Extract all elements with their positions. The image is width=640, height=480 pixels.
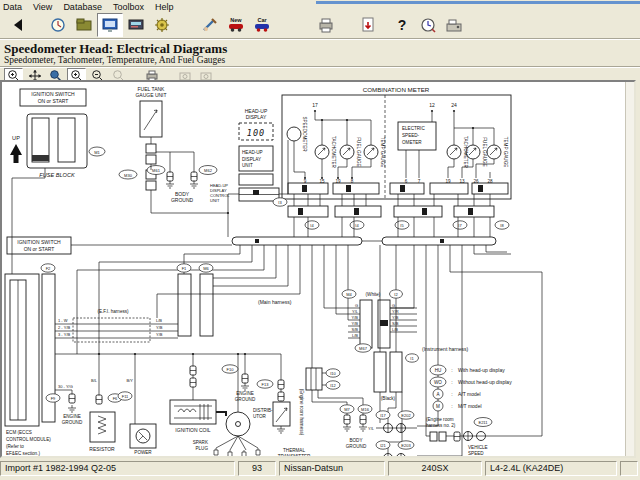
status-model: 240SX: [388, 461, 482, 476]
power-transistor: B/Y F11 POWER TRANSISTOR: [118, 378, 158, 456]
svg-text:M67: M67: [359, 346, 368, 351]
schedule-icon[interactable]: [415, 13, 441, 37]
svg-text:With head-up display: With head-up display: [458, 367, 505, 373]
svg-text:Y/R: Y/R: [392, 309, 399, 314]
gear-icon[interactable]: [149, 13, 175, 37]
svg-text:M7: M7: [344, 407, 350, 412]
svg-text:ENGINE: ENGINE: [236, 391, 254, 396]
help-icon[interactable]: ?: [389, 13, 415, 37]
svg-text:DISPLAY: DISPLAY: [242, 157, 261, 162]
svg-text:TEMP GAUGE: TEMP GAUGE: [503, 137, 508, 168]
svg-text:M16: M16: [361, 407, 370, 412]
new-car-icon[interactable]: New: [223, 13, 249, 37]
svg-text:Car: Car: [257, 17, 267, 23]
menu-database[interactable]: Database: [63, 2, 102, 12]
vehicle-speed-sensor: (Engine room harness no. 2) E211 VEHICLE…: [426, 417, 492, 456]
vertical-scrollbar[interactable]: [625, 82, 634, 456]
ignition-switch-1: IGNITION SWITCH ON or START: [20, 89, 86, 106]
svg-text:(Refer to: (Refer to: [6, 444, 24, 449]
menu-toolbox[interactable]: Toolbox: [113, 2, 144, 12]
car-repair-icon[interactable]: Car: [249, 13, 275, 37]
fuse-block: FUSE BLOCK M1: [27, 114, 105, 178]
svg-text:FUEL GAUGE: FUEL GAUGE: [356, 137, 361, 166]
svg-text:30 - Y/G: 30 - Y/G: [58, 384, 73, 389]
svg-text:1 - W: 1 - W: [58, 318, 68, 323]
svg-text:(E.F.I. harness): (E.F.I. harness): [97, 309, 129, 314]
history-icon[interactable]: [45, 13, 71, 37]
svg-text:2 - Y/B: 2 - Y/B: [58, 325, 70, 330]
white-connectors: M4 (White) I2 G Y/L Y/B Y/B S/B L/B G Y/…: [342, 290, 403, 348]
menu-data[interactable]: Data: [3, 2, 22, 12]
svg-text:M: M: [436, 404, 440, 409]
svg-text:Y/B: Y/B: [352, 321, 359, 326]
diagram-canvas[interactable]: IGNITION SWITCH ON or START UP FUSE BLOC…: [0, 80, 636, 458]
svg-text:WO: WO: [434, 380, 442, 385]
svg-text::: :: [451, 367, 452, 373]
svg-text:GROUND: GROUND: [62, 420, 83, 425]
printer-icon[interactable]: [313, 13, 339, 37]
svg-text:VEHICLE: VEHICLE: [468, 445, 488, 450]
body-ground-1: M61 M62 BODY GROUND: [147, 152, 217, 203]
menu-help[interactable]: Help: [155, 2, 174, 12]
svg-text:Y/L: Y/L: [352, 309, 359, 314]
svg-text:BODY: BODY: [349, 438, 362, 443]
svg-text:HEAD-UP: HEAD-UP: [242, 150, 263, 155]
svg-text:100: 100: [247, 128, 265, 138]
svg-text:EF&EC section.): EF&EC section.): [6, 451, 40, 456]
folder-icon[interactable]: [71, 13, 97, 37]
black-connectors: M67 I1 (Black): [355, 344, 419, 401]
svg-text:M/T model: M/T model: [458, 403, 482, 409]
svg-text:S/B: S/B: [352, 327, 359, 332]
status-report: Import #1 1982-1994 Q2-05: [0, 461, 235, 476]
specs-icon[interactable]: [123, 13, 149, 37]
svg-text:TACHOMETER: TACHOMETER: [463, 136, 468, 168]
svg-text:M62: M62: [204, 168, 213, 173]
svg-text:F9: F9: [51, 396, 56, 401]
svg-text:UNIT: UNIT: [210, 198, 220, 203]
svg-text:ON or START: ON or START: [38, 98, 69, 104]
svg-text:HU: HU: [435, 368, 442, 373]
top-accent-bar: [316, 1, 640, 4]
svg-text:PLUG: PLUG: [195, 446, 208, 451]
bulkhead-connectors: I17 E202 Y/L I21 E203 Y/R: [367, 411, 417, 456]
status-bar: Import #1 1982-1994 Q2-05 93 Nissan-Dats…: [0, 460, 640, 477]
meter-connectors: I3 I4 I4 I5 I7 I8: [232, 194, 509, 245]
svg-text:TEMP GAUGE: TEMP GAUGE: [380, 137, 385, 168]
ecm: ECM (ECCS CONTROL MODULE) (Refer to EF&E…: [5, 274, 51, 456]
fax-icon[interactable]: [441, 13, 467, 37]
svg-text:GROUND: GROUND: [346, 444, 367, 449]
svg-text:THERMAL: THERMAL: [283, 448, 305, 453]
svg-text:Y/B: Y/B: [392, 315, 399, 320]
svg-text:GAUGE UNIT: GAUGE UNIT: [135, 92, 166, 98]
svg-text:A/T model: A/T model: [458, 391, 481, 397]
svg-text::: :: [451, 379, 452, 385]
svg-text:B/L: B/L: [91, 378, 98, 383]
status-make: Nissan-Datsun: [279, 461, 385, 476]
svg-text:G: G: [392, 303, 395, 308]
svg-text::: :: [451, 403, 452, 409]
svg-text:3 - Y/B: 3 - Y/B: [58, 332, 70, 337]
svg-text:Y/B: Y/B: [156, 325, 163, 330]
menu-view[interactable]: View: [33, 2, 52, 12]
engine-ground-2: F10 ENGINE GROUND: [222, 365, 256, 402]
back-button[interactable]: [5, 13, 31, 37]
export-document-icon[interactable]: [355, 13, 381, 37]
svg-text:12: 12: [429, 102, 435, 108]
efi-harness: (E.F.I. harness) 1 - W 2 - Y/B 3 - Y/B L…: [58, 309, 163, 389]
svg-text:E211: E211: [478, 420, 488, 425]
svg-text:17: 17: [312, 102, 318, 108]
svg-text:M6: M6: [203, 266, 209, 271]
svg-text:Y/B: Y/B: [156, 332, 163, 337]
diagram-view-button[interactable]: [97, 13, 123, 37]
svg-text:RESISTOR: RESISTOR: [89, 446, 115, 452]
app-window: Data View Database Toolbox Help New Car …: [0, 0, 640, 480]
tools-icon[interactable]: [197, 13, 223, 37]
svg-text:SPEED: SPEED: [468, 451, 484, 456]
wiring-diagram: IGNITION SWITCH ON or START UP FUSE BLOC…: [2, 82, 624, 456]
svg-text:S/B: S/B: [392, 321, 399, 326]
svg-text:DISPLAY: DISPLAY: [246, 114, 267, 120]
svg-text:M61: M61: [152, 168, 161, 173]
svg-text:SPEEDOMETER: SPEEDOMETER: [302, 116, 307, 152]
head-up-display: HEAD-UP DISPLAY 100 HEAD-UP DISPLAY UNIT…: [210, 108, 279, 203]
svg-text:ON or START: ON or START: [24, 246, 55, 252]
